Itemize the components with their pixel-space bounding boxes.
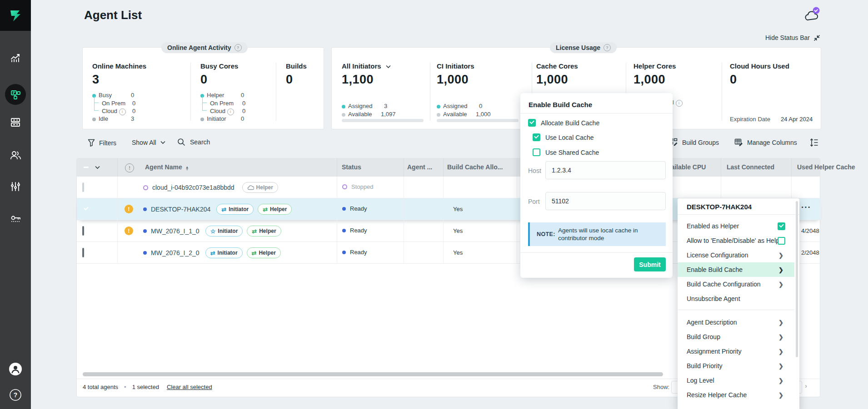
port-label: Port (528, 198, 540, 205)
allocate-checkbox[interactable] (528, 119, 536, 127)
search-button[interactable]: Search (177, 138, 210, 146)
menu-item-enabled-as-helper[interactable]: Enabled as Helper (678, 219, 794, 233)
menu-item-enable-build-cache[interactable]: Enable Build Cache❯ (678, 262, 794, 277)
next-page-icon[interactable]: › (805, 382, 807, 389)
helper-cores-value: 1,000 (634, 73, 665, 87)
assigned-dot (437, 105, 440, 108)
manage-columns-button[interactable]: Manage Columns (734, 138, 797, 147)
show-all-dropdown[interactable]: Show All (132, 139, 165, 146)
column-header-agent-name[interactable]: Agent Name▲▼ (145, 163, 189, 171)
info-icon[interactable]: i (227, 108, 234, 115)
info-icon[interactable]: i (119, 108, 126, 115)
menu-item-assignment-priority[interactable]: Assignment Priority❯ (678, 344, 794, 359)
column-header-status[interactable]: Status (342, 163, 361, 171)
row-height-button[interactable] (809, 138, 819, 149)
menu-item-allow-enable-disable[interactable]: Allow to 'Enable/Disable' as Helper (678, 233, 794, 248)
sidebar-item-license[interactable] (0, 212, 31, 225)
agent-state-dot (143, 229, 147, 233)
use-local-checkbox[interactable] (533, 133, 540, 141)
allow-enable-disable-checkbox[interactable] (778, 237, 785, 245)
use-shared-cache-row[interactable]: Use Shared Cache (533, 148, 599, 156)
filters-button[interactable]: Filters (88, 139, 116, 147)
helper-pill: ⇄Helper (258, 204, 292, 215)
allocate-build-cache-row[interactable]: Allocate Build Cache (528, 119, 599, 127)
cloud-status-button[interactable] (802, 6, 821, 23)
build-groups-button[interactable]: Build Groups (669, 138, 719, 147)
menu-item-license-configuration[interactable]: License Configuration❯ (678, 248, 794, 262)
hide-status-bar-button[interactable]: Hide Status Bar (704, 34, 820, 41)
column-header-used-helper[interactable]: Used Helper Cache (797, 163, 855, 171)
available-value: 1,000 (476, 111, 491, 118)
info-icon[interactable]: ? (604, 44, 611, 51)
cloud-value: 0 (132, 108, 135, 114)
tree-line (94, 96, 95, 110)
menu-item-build-group[interactable]: Build Group❯ (678, 330, 794, 344)
host-input[interactable] (545, 161, 666, 179)
agent-name[interactable]: DESKTOP-7HAK204 (151, 206, 210, 213)
row-checkbox[interactable] (82, 227, 84, 235)
chevron-right-icon: ❯ (778, 334, 783, 340)
sidebar-item-dashboard[interactable] (0, 52, 31, 64)
menu-item-resize-helper-cache[interactable]: Resize Helper Cache❯ (678, 388, 794, 402)
port-input[interactable] (545, 192, 666, 210)
all-initiators-title[interactable]: All Initiators (342, 62, 391, 70)
agent-name[interactable]: cloud_i-04b92c073e1a8bbdd (152, 184, 234, 191)
select-menu-chevron-icon[interactable] (95, 166, 100, 169)
busy-label: Busy (99, 92, 112, 99)
cache-cores-title: Cache Cores (536, 62, 578, 70)
sort-icon[interactable]: ▲▼ (185, 166, 189, 171)
divider (276, 63, 276, 121)
busy-value: 0 (131, 92, 134, 99)
cloud-label: Cloud i (102, 108, 126, 115)
menu-item-build-cache-configuration[interactable]: Build Cache Configuration❯ (678, 277, 794, 291)
swap-icon: ⇄ (210, 250, 215, 256)
column-header-agent[interactable]: Agent ... (407, 163, 432, 171)
menu-item-agent-description[interactable]: Agent Description❯ (678, 315, 794, 330)
info-icon[interactable]: i (676, 100, 683, 107)
use-shared-checkbox[interactable] (533, 148, 540, 156)
column-header-last-connected[interactable]: Last Connected (727, 163, 774, 171)
helper-value: 0 (241, 92, 244, 99)
user-avatar[interactable] (0, 362, 31, 376)
cloud-value: 0 (242, 108, 245, 114)
chevron-right-icon: ❯ (778, 363, 783, 370)
sidebar-item-settings[interactable] (0, 181, 31, 192)
row-checkbox[interactable] (82, 249, 84, 257)
row-height-icon (809, 138, 819, 148)
table-row[interactable]: cloud_i-04b92c073e1a8bbdd Helper Stopped (77, 177, 821, 198)
helper-pill: Helper (242, 182, 278, 193)
swap-icon: ⇄ (263, 206, 268, 213)
separator-dot: • (124, 384, 126, 390)
agent-name[interactable]: MW_2076_I_2_0 (151, 249, 200, 256)
warning-icon[interactable]: ! (125, 227, 133, 235)
enabled-helper-checkbox[interactable] (778, 222, 785, 230)
row-checkbox[interactable] (82, 183, 84, 192)
submit-button[interactable]: Submit (634, 257, 666, 271)
horizontal-scrollbar[interactable] (83, 372, 663, 376)
warning-icon[interactable]: ! (125, 205, 133, 213)
menu-item-build-priority[interactable]: Build Priority❯ (678, 359, 794, 373)
use-local-cache-row[interactable]: Use Local Cache (533, 133, 594, 141)
row-actions-button[interactable]: ... (801, 200, 811, 210)
all-initiators-usage-bar (342, 119, 424, 122)
sidebar-item-users[interactable] (0, 149, 31, 161)
divider (430, 63, 430, 121)
status-cell: Ready (342, 205, 367, 212)
agents-icon (10, 89, 21, 100)
help-button[interactable]: ? (0, 389, 31, 401)
menu-item-log-level[interactable]: Log Level❯ (678, 373, 794, 388)
builds-title: Builds (286, 62, 307, 70)
manage-columns-label: Manage Columns (747, 139, 797, 146)
menu-scrollbar[interactable] (796, 201, 798, 357)
sidebar-item-agents-active[interactable] (5, 84, 26, 105)
menu-item-unsubscribe-agent[interactable]: Unsubscribe Agent (678, 291, 794, 306)
agent-name[interactable]: MW_2076_I_1_0 (151, 227, 200, 235)
sidebar-item-builds[interactable] (0, 116, 31, 128)
column-header-build-cache[interactable]: Build Cache Allo... (447, 163, 503, 171)
clear-selected-link[interactable]: Clear all selected (167, 384, 212, 390)
app-logo[interactable] (0, 0, 31, 31)
divider (190, 63, 191, 121)
collapse-icon (813, 34, 820, 41)
info-icon[interactable]: ? (234, 44, 242, 51)
agent-list-page: ? Agent List Hide Status Bar Online Agen… (0, 0, 868, 409)
